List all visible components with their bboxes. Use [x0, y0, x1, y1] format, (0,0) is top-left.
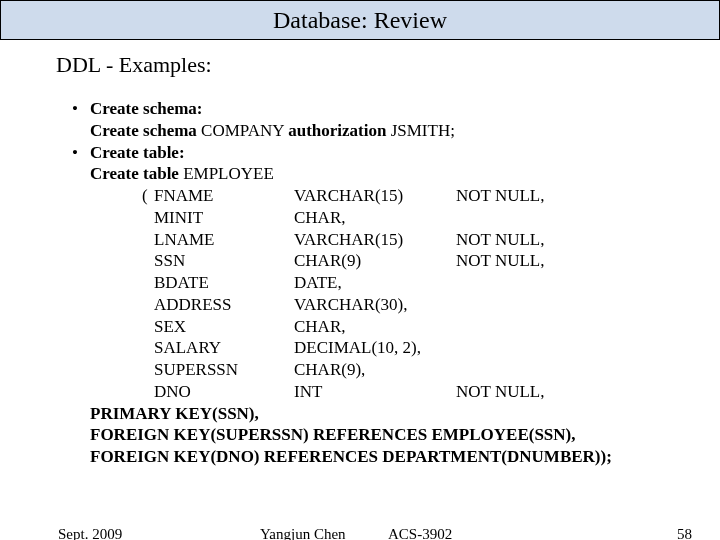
column-row: SALARYDECIMAL(10, 2), — [142, 337, 720, 359]
paren-open — [142, 294, 154, 316]
bullet-label: Create schema: — [90, 98, 203, 120]
column-constraint — [456, 337, 720, 359]
column-name: SUPERSSN — [154, 359, 294, 381]
column-row: SUPERSSNCHAR(9), — [142, 359, 720, 381]
column-definitions: (FNAMEVARCHAR(15)NOT NULL,MINITCHAR,LNAM… — [72, 185, 720, 403]
paren-open — [142, 337, 154, 359]
create-table-statement: Create table EMPLOYEE — [90, 163, 720, 185]
column-type: CHAR(9), — [294, 359, 456, 381]
paren-open — [142, 207, 154, 229]
bullet-create-table: • Create table: — [72, 142, 720, 164]
column-constraint — [456, 272, 720, 294]
paren-open — [142, 359, 154, 381]
column-name: FNAME — [154, 185, 294, 207]
column-row: BDATEDATE, — [142, 272, 720, 294]
column-constraint: NOT NULL, — [456, 381, 720, 403]
column-name: ADDRESS — [154, 294, 294, 316]
column-constraint: NOT NULL, — [456, 185, 720, 207]
kw-authorization: authorization — [288, 121, 386, 140]
footer-course: ACS-3902 — [388, 526, 452, 540]
bullet-icon: • — [72, 142, 90, 164]
footer-date: Sept. 2009 — [58, 526, 122, 540]
column-name: MINIT — [154, 207, 294, 229]
column-constraint — [456, 294, 720, 316]
column-name: LNAME — [154, 229, 294, 251]
column-name: SALARY — [154, 337, 294, 359]
paren-open — [142, 229, 154, 251]
kw-create-schema: Create schema — [90, 121, 197, 140]
column-type: VARCHAR(15) — [294, 229, 456, 251]
column-type: CHAR(9) — [294, 250, 456, 272]
bullet-icon: • — [72, 98, 90, 120]
paren-open — [142, 272, 154, 294]
column-row: DNOINTNOT NULL, — [142, 381, 720, 403]
column-type: DECIMAL(10, 2), — [294, 337, 456, 359]
slide-title: Database: Review — [273, 7, 447, 33]
column-type: DATE, — [294, 272, 456, 294]
column-type: VARCHAR(15) — [294, 185, 456, 207]
primary-key-line: PRIMARY KEY(SSN), — [90, 403, 720, 425]
footer-author: Yangjun Chen — [260, 526, 346, 540]
column-type: VARCHAR(30), — [294, 294, 456, 316]
paren-open — [142, 381, 154, 403]
column-name: SSN — [154, 250, 294, 272]
schema-name: COMPANY — [197, 121, 288, 140]
column-row: ADDRESSVARCHAR(30), — [142, 294, 720, 316]
column-type: INT — [294, 381, 456, 403]
column-name: DNO — [154, 381, 294, 403]
kw-create-table: Create table — [90, 164, 179, 183]
foreign-key-line-2: FOREIGN KEY(DNO) REFERENCES DEPARTMENT(D… — [90, 446, 720, 468]
column-type: CHAR, — [294, 316, 456, 338]
bullet-label: Create table: — [90, 142, 185, 164]
foreign-key-line-1: FOREIGN KEY(SUPERSSN) REFERENCES EMPLOYE… — [90, 424, 720, 446]
column-constraint: NOT NULL, — [456, 250, 720, 272]
auth-user: JSMITH; — [386, 121, 454, 140]
column-name: BDATE — [154, 272, 294, 294]
column-row: (FNAMEVARCHAR(15)NOT NULL, — [142, 185, 720, 207]
paren-open — [142, 316, 154, 338]
table-name: EMPLOYEE — [179, 164, 274, 183]
paren-open: ( — [142, 185, 154, 207]
column-constraint — [456, 359, 720, 381]
slide-body: • Create schema: Create schema COMPANY a… — [72, 98, 720, 468]
paren-open — [142, 250, 154, 272]
column-name: SEX — [154, 316, 294, 338]
bullet-create-schema: • Create schema: — [72, 98, 720, 120]
section-heading: DDL - Examples: — [56, 52, 720, 78]
slide-title-bar: Database: Review — [0, 0, 720, 40]
create-schema-statement: Create schema COMPANY authorization JSMI… — [90, 120, 720, 142]
column-row: MINITCHAR, — [142, 207, 720, 229]
column-constraint — [456, 207, 720, 229]
column-constraint: NOT NULL, — [456, 229, 720, 251]
column-row: SEXCHAR, — [142, 316, 720, 338]
footer-page-number: 58 — [677, 526, 692, 540]
column-type: CHAR, — [294, 207, 456, 229]
column-constraint — [456, 316, 720, 338]
column-row: SSNCHAR(9)NOT NULL, — [142, 250, 720, 272]
column-row: LNAMEVARCHAR(15)NOT NULL, — [142, 229, 720, 251]
